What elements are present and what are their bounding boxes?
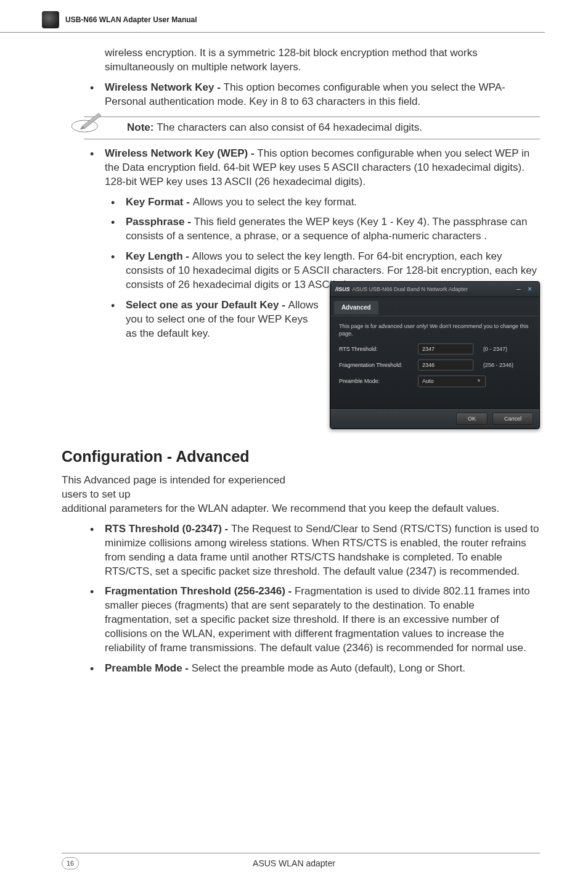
brand-icon	[42, 11, 59, 28]
tab-advanced[interactable]: Advanced	[334, 301, 378, 314]
bullet-rts-threshold: RTS Threshold (0-2347) - The Request to …	[84, 522, 540, 579]
frag-input[interactable]: 2346	[418, 359, 473, 371]
screenshot-notice: This page is for advanced user only! We …	[339, 322, 531, 337]
preamble-bullet-text: Select the preamble mode as Auto (defaul…	[192, 662, 465, 674]
frag-bullet-label: Fragmentation Threshold (256-2346) -	[105, 585, 295, 597]
bullet-wireless-network-key: Wireless Network Key - This option becom…	[84, 81, 540, 109]
cancel-button[interactable]: Cancel	[492, 413, 533, 425]
bullet-key-format: Key Format - Allows you to select the ke…	[105, 195, 540, 210]
advanced-screenshot: /ISUS ASUS USB-N66 Dual Band N Network A…	[330, 281, 540, 429]
rts-range: (0 - 2347)	[483, 345, 507, 353]
row-frag: Fragmentation Threshold: 2346 (256 - 234…	[339, 359, 531, 371]
footer-text: ASUS WLAN adapter	[253, 858, 335, 869]
preamble-value: Auto	[422, 377, 434, 385]
bullet-preamble-mode: Preamble Mode - Select the preamble mode…	[84, 662, 540, 676]
advanced-intro-2: additional parameters for the WLAN adapt…	[62, 502, 540, 516]
window-controls[interactable]: – ×	[517, 284, 534, 294]
rts-label: RTS Threshold:	[339, 345, 418, 353]
rts-bullet-label: RTS Threshold (0-2347) -	[105, 523, 231, 535]
pencil-icon	[70, 109, 106, 133]
screenshot-window-title: ASUS USB-N66 Dual Band N Network Adapter	[352, 285, 468, 293]
manual-title: USB-N66 WLAN Adapter User Manual	[65, 15, 197, 25]
note-label: Note:	[127, 121, 157, 133]
defkey-label: Select one as your Default Key -	[126, 299, 288, 311]
row-rts: RTS Threshold: 2347 (0 - 2347)	[339, 343, 531, 355]
keyformat-text: Allows you to select the key format.	[193, 196, 357, 208]
row-preamble: Preamble Mode: Auto ▼	[339, 376, 531, 387]
encryption-continuation-paragraph: wireless encryption. It is a symmetric 1…	[105, 46, 540, 75]
ok-button[interactable]: OK	[456, 413, 488, 425]
bullet-passphrase: Passphrase - This field generates the WE…	[105, 215, 540, 244]
page-number: 16	[62, 857, 79, 869]
screenshot-titlebar: /ISUS ASUS USB-N66 Dual Band N Network A…	[330, 282, 539, 297]
frag-label: Fragmentation Threshold:	[339, 361, 418, 369]
preamble-bullet-label: Preamble Mode -	[105, 662, 192, 674]
note-box: Note: The characters can also consist of…	[84, 117, 540, 139]
chevron-down-icon: ▼	[476, 378, 481, 385]
preamble-label: Preamble Mode:	[339, 377, 418, 385]
passphrase-label: Passphrase -	[126, 216, 194, 228]
keylength-label: Key Length -	[126, 250, 192, 262]
note-text: The characters can also consist of 64 he…	[157, 121, 422, 133]
keyformat-label: Key Format -	[126, 196, 193, 208]
bullet-wnk-wep: Wireless Network Key (WEP) - This option…	[84, 147, 540, 429]
section-heading-configuration-advanced: Configuration - Advanced	[62, 446, 540, 467]
footer-divider	[62, 853, 540, 853]
frag-range: (256 - 2346)	[483, 361, 513, 369]
bullet-fragmentation-threshold: Fragmentation Threshold (256-2346) - Fra…	[84, 585, 540, 655]
rts-input[interactable]: 2347	[418, 343, 473, 355]
wnk-label: Wireless Network Key -	[105, 81, 224, 93]
preamble-select[interactable]: Auto ▼	[418, 376, 486, 387]
wnk-wep-label: Wireless Network Key (WEP) -	[105, 147, 257, 159]
bullet-default-key-row: Select one as your Default Key - Allows …	[105, 298, 540, 429]
manual-header: USB-N66 WLAN Adapter User Manual	[0, 0, 545, 33]
advanced-intro-1: This Advanced page is intended for exper…	[62, 474, 291, 502]
